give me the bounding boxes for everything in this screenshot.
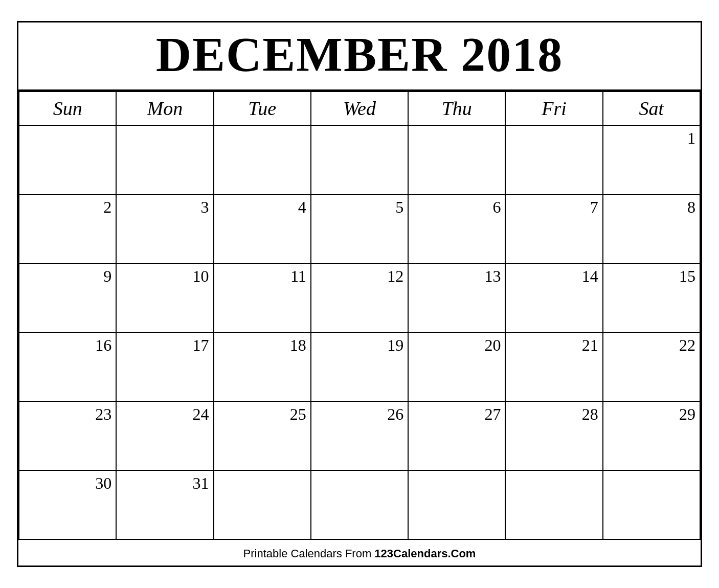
calendar-day-cell: [311, 125, 408, 194]
calendar-day-cell: 18: [214, 332, 311, 401]
calendar-day-cell: [116, 125, 213, 194]
header-mon: Mon: [116, 92, 213, 125]
calendar-body: 1234567891011121314151617181920212223242…: [19, 125, 700, 539]
calendar-day-cell: 7: [505, 194, 602, 263]
days-header-row: Sun Mon Tue Wed Thu Fri Sat: [19, 92, 700, 125]
calendar-day-cell: 20: [408, 332, 505, 401]
header-thu: Thu: [408, 92, 505, 125]
calendar-day-cell: 1: [603, 125, 700, 194]
calendar-day-cell: [505, 125, 602, 194]
calendar-day-cell: 10: [116, 263, 213, 332]
calendar-week-row: 16171819202122: [19, 332, 700, 401]
header-fri: Fri: [505, 92, 602, 125]
calendar-day-cell: 19: [311, 332, 408, 401]
calendar-footer: Printable Calendars From 123Calendars.Co…: [18, 540, 701, 566]
calendar-day-cell: 13: [408, 263, 505, 332]
calendar-day-cell: [603, 470, 700, 539]
footer-text: Printable Calendars From: [243, 547, 375, 560]
header-tue: Tue: [214, 92, 311, 125]
calendar-day-cell: 9: [19, 263, 116, 332]
header-wed: Wed: [311, 92, 408, 125]
footer-brand: 123Calendars.Com: [374, 547, 476, 560]
calendar-day-cell: 4: [214, 194, 311, 263]
calendar-day-cell: 30: [19, 470, 116, 539]
calendar-day-cell: 6: [408, 194, 505, 263]
calendar-day-cell: [19, 125, 116, 194]
calendar-day-cell: 12: [311, 263, 408, 332]
calendar-day-cell: 8: [603, 194, 700, 263]
calendar-day-cell: [505, 470, 602, 539]
calendar-day-cell: [408, 470, 505, 539]
calendar-grid: Sun Mon Tue Wed Thu Fri Sat 123456789101…: [18, 91, 701, 540]
calendar-week-row: 1: [19, 125, 700, 194]
calendar-day-cell: 27: [408, 401, 505, 470]
calendar-day-cell: 3: [116, 194, 213, 263]
calendar-week-row: 9101112131415: [19, 263, 700, 332]
calendar-day-cell: 21: [505, 332, 602, 401]
calendar-day-cell: 16: [19, 332, 116, 401]
calendar-day-cell: 31: [116, 470, 213, 539]
calendar-day-cell: 22: [603, 332, 700, 401]
calendar-title: DECEMBER 2018: [18, 22, 701, 91]
calendar-day-cell: 29: [603, 401, 700, 470]
calendar-container: DECEMBER 2018 Sun Mon Tue Wed Thu Fri Sa…: [17, 21, 702, 567]
calendar-day-cell: 23: [19, 401, 116, 470]
calendar-day-cell: [214, 125, 311, 194]
calendar-day-cell: 15: [603, 263, 700, 332]
calendar-day-cell: 11: [214, 263, 311, 332]
calendar-day-cell: 2: [19, 194, 116, 263]
calendar-week-row: 2345678: [19, 194, 700, 263]
calendar-day-cell: 26: [311, 401, 408, 470]
calendar-day-cell: 25: [214, 401, 311, 470]
calendar-day-cell: 28: [505, 401, 602, 470]
header-sat: Sat: [603, 92, 700, 125]
calendar-day-cell: 24: [116, 401, 213, 470]
header-sun: Sun: [19, 92, 116, 125]
calendar-day-cell: 14: [505, 263, 602, 332]
calendar-day-cell: [408, 125, 505, 194]
calendar-day-cell: [311, 470, 408, 539]
calendar-week-row: 23242526272829: [19, 401, 700, 470]
calendar-day-cell: 17: [116, 332, 213, 401]
calendar-week-row: 3031: [19, 470, 700, 539]
calendar-day-cell: 5: [311, 194, 408, 263]
calendar-day-cell: [214, 470, 311, 539]
